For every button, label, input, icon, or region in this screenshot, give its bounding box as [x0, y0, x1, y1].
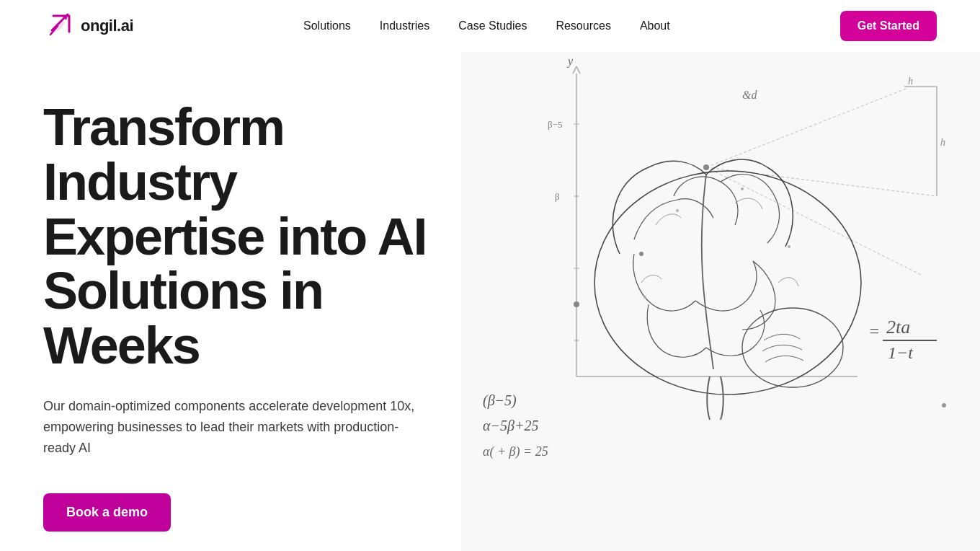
hero-illustration: y h h β−5 β (β−5) α−5: [461, 52, 980, 551]
hero-title: Transform Industry Expertise into AI Sol…: [43, 100, 461, 373]
svg-text:β−5: β−5: [548, 119, 562, 130]
svg-text:&d: &d: [742, 89, 757, 101]
svg-point-34: [676, 209, 679, 212]
svg-text:(β−5): (β−5): [483, 392, 517, 409]
svg-text:2ta: 2ta: [886, 317, 910, 338]
svg-line-4: [576, 66, 580, 74]
svg-text:h: h: [940, 137, 945, 148]
get-started-button[interactable]: Get Started: [840, 11, 937, 41]
hero-svg: y h h β−5 β (β−5) α−5: [461, 52, 980, 551]
navbar: ongil.ai Solutions Industries Case Studi…: [0, 0, 980, 52]
nav-link-about[interactable]: About: [640, 19, 670, 32]
svg-line-7: [706, 88, 908, 167]
svg-point-31: [942, 403, 946, 407]
svg-line-9: [706, 167, 922, 276]
math-background: y h h β−5 β (β−5) α−5: [461, 52, 980, 551]
svg-point-37: [788, 245, 790, 248]
nav-link-resources[interactable]: Resources: [556, 19, 610, 32]
svg-text:h: h: [908, 76, 913, 87]
logo-link[interactable]: ongil.ai: [43, 10, 133, 42]
logo-text: ongil.ai: [81, 17, 133, 35]
nav-link-solutions[interactable]: Solutions: [303, 19, 351, 32]
svg-point-33: [742, 308, 843, 387]
svg-line-3: [573, 66, 576, 74]
svg-text:1−t: 1−t: [888, 343, 914, 362]
hero-section: Transform Industry Expertise into AI Sol…: [0, 52, 980, 551]
book-demo-button[interactable]: Book a demo: [43, 493, 171, 532]
nav-link-case-studies[interactable]: Case Studies: [458, 19, 527, 32]
logo-icon: [43, 10, 75, 42]
svg-point-35: [741, 188, 744, 190]
svg-point-29: [639, 252, 643, 256]
hero-subtitle: Our domain-optimized components accelera…: [43, 396, 418, 458]
nav-link-industries[interactable]: Industries: [380, 19, 429, 32]
svg-text:α−5β+25: α−5β+25: [483, 418, 538, 434]
svg-text:β: β: [555, 191, 560, 202]
svg-point-32: [594, 171, 861, 394]
nav-links: Solutions Industries Case Studies Resour…: [303, 19, 670, 32]
svg-point-30: [703, 164, 709, 170]
svg-point-36: [643, 296, 646, 299]
svg-text:α( + β) = 25: α( + β) = 25: [483, 444, 548, 459]
hero-content: Transform Industry Expertise into AI Sol…: [43, 100, 461, 531]
svg-point-28: [574, 301, 579, 307]
svg-text:y: y: [566, 55, 574, 68]
svg-text:=: =: [868, 322, 880, 340]
